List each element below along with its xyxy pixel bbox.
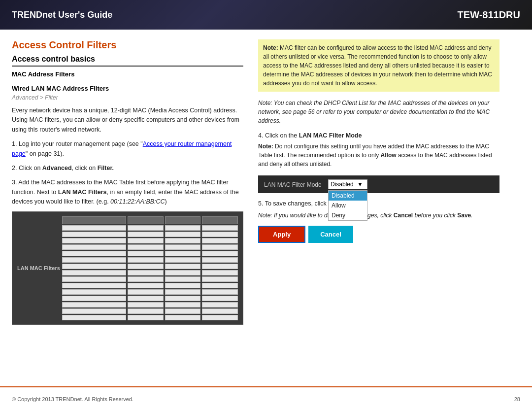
dropdown-selected: Disabled <box>331 181 354 188</box>
page-heading: Access Control Filters <box>12 39 243 51</box>
body-text-1: Every network device has a unique, 12-di… <box>12 106 243 135</box>
apply-button[interactable]: Apply <box>258 226 305 243</box>
cancel-note-bold1: Cancel <box>394 212 413 219</box>
guide-title: TRENDnet User's Guide <box>12 10 112 20</box>
step4-bold: LAN MAC Filter Mode <box>299 132 362 139</box>
cancel-button[interactable]: Cancel <box>308 226 353 243</box>
wired-heading: Wired LAN MAC Address Filters <box>12 85 243 92</box>
dropdown-option-deny[interactable]: Deny <box>329 210 367 220</box>
mac-col-2 <box>128 216 164 320</box>
footer-page-number: 28 <box>514 396 520 402</box>
sub-heading-mac: MAC Address Filters <box>12 70 243 78</box>
buttons-row: Apply Cancel <box>258 226 499 243</box>
note1-bold: Note: <box>263 44 278 51</box>
mac-table-grid <box>62 216 238 320</box>
bold-note-2: Note: Do not configure this setting unti… <box>258 142 499 169</box>
page-footer: © Copyright 2013 TRENDnet. All Rights Re… <box>0 386 532 411</box>
right-column: Note: MAC filter can be configured to al… <box>258 39 499 381</box>
step-3: 3. Add the MAC addresses to the MAC Tabl… <box>12 178 243 206</box>
breadcrumb: Advanced > Filter <box>12 94 243 101</box>
cancel-note-italic: Note: If you would like to discard the c… <box>258 212 394 219</box>
mac-table-image: LAN MAC Filters <box>12 211 243 325</box>
dropdown-arrow-icon[interactable]: ▼ <box>357 181 363 188</box>
cancel-note-after: before you click <box>413 212 457 219</box>
note-highlight-1: Note: MAC filter can be configured to al… <box>258 39 499 92</box>
dropdown-option-disabled[interactable]: Disabled <box>329 191 367 201</box>
cancel-note-end: . <box>471 212 472 219</box>
left-column: Access Control Filters Access control ba… <box>12 39 243 381</box>
dropdown-list: Disabled Allow Deny <box>328 190 367 221</box>
dropdown-wrapper[interactable]: Disabled ▼ Disabled Allow Deny <box>328 179 367 189</box>
main-content: Access Control Filters Access control ba… <box>0 30 532 386</box>
mac-col-1 <box>62 216 127 320</box>
step-5: 5. To save changes, click Apply. <box>258 200 499 207</box>
section-heading: Access control basics <box>12 55 243 67</box>
page-header: TRENDnet User's Guide TEW-811DRU <box>0 0 532 30</box>
italic-note: Note: You can check the DHCP Client List… <box>258 99 499 125</box>
step4-text: 4. Click on the <box>258 132 299 139</box>
cancel-note-bold2: Save <box>457 212 471 219</box>
mac-col-4 <box>202 216 238 320</box>
step-4: 4. Click on the LAN MAC Filter Mode <box>258 132 499 139</box>
mac-col-3 <box>165 216 201 320</box>
management-link[interactable]: Access your router management page <box>12 140 232 157</box>
note2-allow: Allow <box>381 152 397 159</box>
footer-copyright: © Copyright 2013 TRENDnet. All Rights Re… <box>12 396 133 402</box>
italic-note-text: Note: You can check the DHCP Client List… <box>258 100 490 124</box>
mac-table-label: LAN MAC Filters <box>17 265 60 271</box>
note2-bold: Note: <box>258 143 273 150</box>
filter-mode-label: LAN MAC Filter Mode <box>264 179 323 188</box>
cancel-note: Note: If you would like to discard the c… <box>258 212 499 219</box>
lan-mac-filter-dropdown[interactable]: Disabled ▼ <box>328 179 367 189</box>
step-1: 1. Log into your router management page … <box>12 139 243 159</box>
dropdown-option-allow[interactable]: Allow <box>329 201 367 210</box>
model-number: TEW-811DRU <box>458 9 520 21</box>
step-2: 2. Click on Advanced, click on Filter. <box>12 164 243 173</box>
note1-text: MAC filter can be configured to allow ac… <box>263 44 492 87</box>
filter-mode-container: LAN MAC Filter Mode Disabled ▼ Disabled … <box>258 175 499 193</box>
